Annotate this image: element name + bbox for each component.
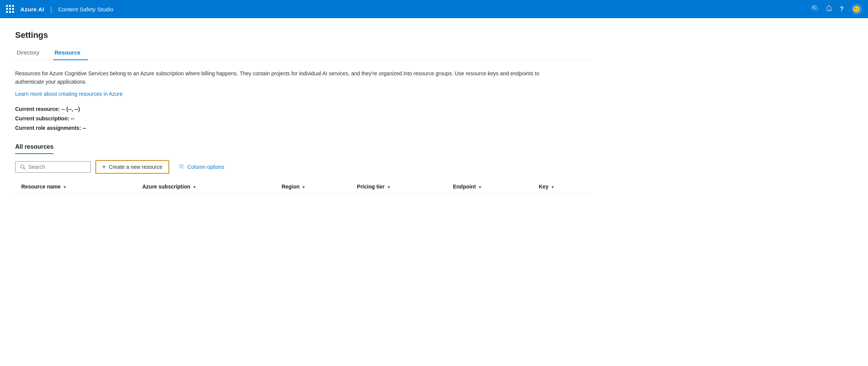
col-pricing-tier-label: Pricing tier [357,184,385,190]
create-resource-button[interactable]: + Create a new resource [95,160,169,174]
col-region-label: Region [282,184,299,190]
create-plus-icon: + [102,164,106,170]
topbar-separator: | [50,5,52,13]
svg-line-1 [24,168,25,170]
search-input[interactable] [28,164,86,170]
help-icon[interactable]: ? [840,5,844,13]
col-region[interactable]: Region ▾ [276,180,351,194]
app-title: Azure AI [20,6,44,12]
tab-resource[interactable]: Resource [53,46,88,60]
tabs: Directory Resource [15,46,591,60]
page-title: Settings [15,30,591,40]
search-box[interactable] [15,161,91,173]
current-subscription-value: -- [71,115,74,121]
current-role-label: Current role assignments: [15,125,81,131]
settings-icon[interactable] [811,5,818,14]
section-title: All resources [15,143,53,154]
avatar[interactable]: 🙂 [851,4,862,14]
notification-icon[interactable] [826,5,832,14]
col-pricing-tier[interactable]: Pricing tier ▾ [351,180,447,194]
app-subtitle: Content Safety Studio [58,6,113,12]
col-azure-subscription[interactable]: Azure subscription ▾ [136,180,276,194]
page-description: Resources for Azure Cognitive Services b… [15,69,545,86]
col-azure-subscription-label: Azure subscription [142,184,190,190]
current-subscription-label: Current subscription: [15,115,69,121]
col-key-sort-icon: ▾ [552,185,554,190]
col-resource-name[interactable]: Resource name ▾ [15,180,136,194]
current-resource: Current resource: -- (--, --) [15,104,591,114]
topbar: Azure AI | Content Safety Studio ? 🙂 [0,0,868,18]
avatar-icon: 🙂 [853,6,860,13]
waffle-icon[interactable] [6,5,14,13]
all-resources-section: All resources + Create a new resource [15,143,591,194]
col-key[interactable]: Key ▾ [533,180,591,194]
table-header: Resource name ▾ Azure subscription ▾ Reg… [15,180,591,194]
main-content: Settings Directory Resource Resources fo… [0,18,606,206]
col-resource-name-label: Resource name [21,184,61,190]
topbar-left: Azure AI | Content Safety Studio [6,5,113,13]
column-options-label: Column options [187,164,224,170]
current-role-value: -- [83,125,86,131]
topbar-right: ? 🙂 [811,4,862,14]
col-endpoint[interactable]: Endpoint ▾ [447,180,533,194]
col-azure-subscription-sort-icon: ▾ [193,185,196,190]
search-icon [20,164,25,170]
current-info: Current resource: -- (--, --) Current su… [15,104,591,133]
current-resource-value: -- (--, --) [61,106,80,112]
col-endpoint-label: Endpoint [453,184,476,190]
col-resource-name-sort-icon: ▾ [64,185,66,190]
column-options-icon [178,164,184,170]
col-key-label: Key [539,184,549,190]
resources-table: Resource name ▾ Azure subscription ▾ Reg… [15,180,591,194]
create-button-label: Create a new resource [109,164,162,170]
current-resource-label: Current resource: [15,106,60,112]
current-subscription: Current subscription: -- [15,114,591,123]
current-role: Current role assignments: -- [15,123,591,133]
toolbar: + Create a new resource Column options [15,160,591,174]
table-header-row: Resource name ▾ Azure subscription ▾ Reg… [15,180,591,194]
tab-directory[interactable]: Directory [15,46,47,60]
col-region-sort-icon: ▾ [302,185,305,190]
col-pricing-tier-sort-icon: ▾ [388,185,390,190]
col-endpoint-sort-icon: ▾ [479,185,481,190]
column-options-button[interactable]: Column options [174,161,229,173]
learn-more-link[interactable]: Learn more about creating resources in A… [15,91,123,97]
